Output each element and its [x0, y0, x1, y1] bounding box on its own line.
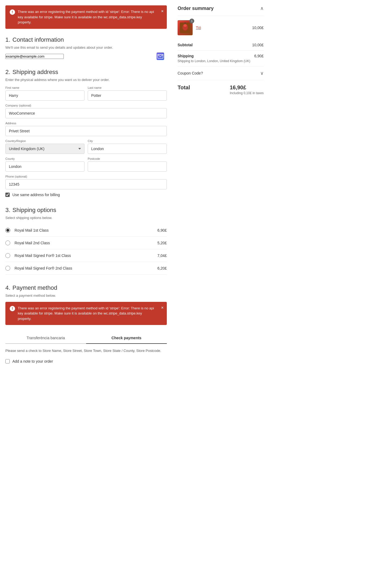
- add-note-checkbox[interactable]: [5, 359, 10, 363]
- coupon-label: Coupon Code?: [178, 71, 203, 75]
- payment-error-icon: !: [10, 306, 15, 311]
- tab-check-payments[interactable]: Check payments: [86, 333, 167, 344]
- shipping-options-header: 3. Shipping options: [5, 207, 167, 214]
- country-city-row: Country/Region United Kingdom (UK) City: [5, 139, 167, 154]
- close-error-button[interactable]: ×: [161, 9, 164, 13]
- phone-input[interactable]: [5, 179, 167, 189]
- shipping-option-2: Royal Mail 2nd Class 5,20£: [5, 237, 167, 249]
- name-row: First name Last name: [5, 86, 167, 101]
- payment-title: Payment method: [12, 284, 57, 291]
- first-name-input[interactable]: [5, 90, 84, 101]
- shipping-address-number: 2.: [5, 69, 10, 76]
- total-value-wrapper: 16,90£ Including 0,10£ in taxes: [230, 84, 264, 95]
- shipping-label-4: Royal Mail Signed For® 2nd Class: [15, 266, 153, 270]
- city-input[interactable]: [88, 144, 167, 154]
- tab-transferencia[interactable]: Transferència bancaria: [5, 333, 86, 344]
- billing-same-label[interactable]: Use same address for billing: [12, 193, 60, 197]
- postcode-group: Postcode: [88, 157, 167, 172]
- product-badge: 1: [189, 19, 194, 23]
- product-name[interactable]: Tió: [196, 26, 249, 30]
- email-wrapper: [5, 54, 167, 59]
- contact-description: We'll use this email to send you details…: [5, 45, 167, 50]
- county-label: County: [5, 157, 84, 160]
- product-row: 1 Tió 10,00£: [178, 20, 264, 35]
- payment-section: 4. Payment method Select a payment metho…: [5, 284, 167, 363]
- shipping-label-3: Royal Mail Signed For® 1st Class: [15, 253, 153, 258]
- county-input[interactable]: [5, 161, 84, 172]
- shipping-option-4: Royal Mail Signed For® 2nd Class 6,20£: [5, 262, 167, 275]
- svg-point-7: [184, 22, 186, 23]
- address-input[interactable]: [5, 126, 167, 136]
- product-image-wrapper: 1: [178, 20, 193, 35]
- country-select[interactable]: United Kingdom (UK): [5, 144, 84, 154]
- shipping-address-description: Enter the physical address where you wan…: [5, 78, 167, 82]
- shipping-address-header: 2. Shipping address: [5, 69, 167, 76]
- svg-point-5: [183, 24, 187, 27]
- error-icon: !: [10, 9, 15, 15]
- payment-method-description: Please send a check to Store Name, Store…: [5, 348, 167, 354]
- shipping-price-2: 5,20£: [157, 241, 167, 245]
- billing-checkbox-row: Use same address for billing: [5, 193, 167, 197]
- top-error-banner: ! There was an error registering the pay…: [5, 5, 167, 29]
- email-input[interactable]: [5, 54, 64, 59]
- shipping-radio-3[interactable]: [5, 253, 10, 258]
- shipping-price-4: 6,20£: [157, 266, 167, 270]
- add-note-row: Add a note to your order: [5, 359, 167, 363]
- shipping-value: 6,90£: [254, 54, 264, 58]
- shipping-label-2: Royal Mail 2nd Class: [15, 241, 153, 245]
- error-message-text: There was an error registering the payme…: [18, 9, 156, 25]
- phone-label: Phone (optional): [5, 175, 167, 178]
- first-name-group: First name: [5, 86, 84, 101]
- subtotal-row: Subtotal 10,00£: [178, 40, 264, 51]
- shipping-radio-2[interactable]: [5, 241, 10, 245]
- coupon-toggle-button[interactable]: ∨: [260, 70, 264, 76]
- order-summary-header: Order summary ∧: [178, 5, 264, 16]
- last-name-label: Last name: [88, 86, 167, 89]
- address-group: Address: [5, 122, 167, 136]
- shipping-radio-1[interactable]: [5, 228, 10, 233]
- add-note-label[interactable]: Add a note to your order: [12, 359, 53, 363]
- shipping-address-section: 2. Shipping address Enter the physical a…: [5, 69, 167, 197]
- payment-error-message: There was an error registering the payme…: [18, 306, 156, 321]
- company-group: Company (optional): [5, 104, 167, 118]
- country-label: Country/Region: [5, 139, 84, 143]
- shipping-label-1: Royal Mail 1st Class: [15, 228, 153, 232]
- shipping-row: Shipping Shipping to London, London, Uni…: [178, 51, 264, 66]
- total-label: Total: [178, 84, 190, 91]
- shipping-options-description: Select shipping options below.: [5, 216, 167, 220]
- contact-section-title: Contact information: [12, 36, 64, 43]
- shipping-option-1: Royal Mail 1st Class 6,90£: [5, 224, 167, 237]
- address-row: Address: [5, 122, 167, 136]
- payment-error-banner: ! There was an error registering the pay…: [5, 302, 167, 325]
- billing-same-checkbox[interactable]: [5, 193, 10, 197]
- shipping-price-3: 7,04£: [157, 253, 167, 258]
- company-input[interactable]: [5, 108, 167, 118]
- phone-group: Phone (optional): [5, 175, 167, 189]
- shipping-radio-4[interactable]: [5, 266, 10, 271]
- subtotal-value: 10,00£: [252, 43, 264, 47]
- shipping-note: Shipping to London, London, United Kingd…: [178, 59, 250, 63]
- shipping-options-title: Shipping options: [12, 207, 56, 214]
- contact-section: 1. Contact information We'll use this em…: [5, 36, 167, 59]
- phone-row: Phone (optional): [5, 175, 167, 189]
- company-row: Company (optional): [5, 104, 167, 118]
- address-label: Address: [5, 122, 167, 125]
- payment-description-text: Select a payment method below.: [5, 294, 167, 298]
- shipping-label: Shipping: [178, 54, 194, 58]
- shipping-price-1: 6,90£: [157, 228, 167, 232]
- first-name-label: First name: [5, 86, 84, 89]
- postcode-input[interactable]: [88, 161, 167, 172]
- last-name-group: Last name: [88, 86, 167, 101]
- close-payment-error-button[interactable]: ×: [161, 306, 164, 310]
- email-provider-icon: [157, 52, 164, 60]
- shipping-options-number: 3.: [5, 207, 10, 214]
- total-row: Total 16,90£ Including 0,10£ in taxes: [178, 80, 264, 97]
- total-value: 16,90£: [230, 84, 264, 91]
- coupon-row[interactable]: Coupon Code? ∨: [178, 66, 264, 80]
- order-summary-toggle-button[interactable]: ∧: [260, 5, 264, 11]
- shipping-options-section: 3. Shipping options Select shipping opti…: [5, 207, 167, 275]
- last-name-input[interactable]: [88, 90, 167, 101]
- shipping-address-title: Shipping address: [12, 69, 58, 76]
- payment-header: 4. Payment method: [5, 284, 167, 291]
- county-postcode-row: County Postcode: [5, 157, 167, 172]
